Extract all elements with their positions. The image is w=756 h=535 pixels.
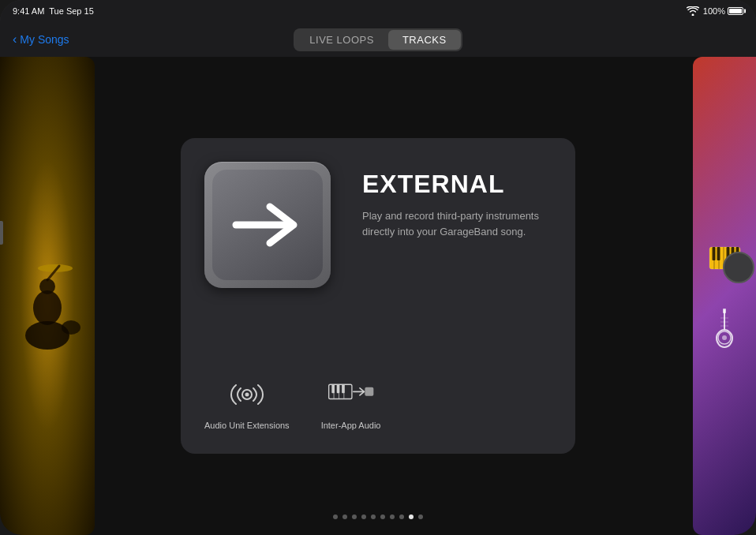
card-info: EXTERNAL Play and record third-party ins… bbox=[362, 162, 544, 239]
card-top-section: EXTERNAL Play and record third-party ins… bbox=[204, 162, 544, 343]
svg-rect-15 bbox=[717, 247, 720, 260]
svg-point-27 bbox=[245, 393, 249, 397]
external-description: Play and record third-party instruments … bbox=[362, 208, 544, 239]
tracks-tab[interactable]: TRACKS bbox=[388, 30, 461, 50]
svg-rect-21 bbox=[723, 309, 726, 313]
home-button[interactable] bbox=[723, 252, 754, 283]
drums-silhouette-icon bbox=[12, 233, 83, 359]
arrow-inner bbox=[212, 170, 323, 280]
battery-indicator: 100% bbox=[703, 6, 743, 16]
mute-button[interactable] bbox=[0, 221, 3, 245]
svg-point-3 bbox=[39, 279, 55, 294]
nav-bar: ‹ My Songs LIVE LOOPS TRACKS bbox=[0, 22, 756, 57]
back-label: My Songs bbox=[20, 33, 69, 46]
battery-percentage: 100% bbox=[703, 6, 725, 16]
dot-3 bbox=[361, 514, 366, 519]
dot-8 bbox=[409, 514, 414, 519]
battery-icon bbox=[728, 7, 743, 15]
drums-panel[interactable] bbox=[0, 57, 95, 535]
svg-point-5 bbox=[62, 320, 80, 335]
arrow-right-icon bbox=[232, 197, 303, 253]
ipad-frame: 9:41 AM Tue Sep 15 100% ‹ My Songs bbox=[0, 0, 756, 535]
back-button[interactable]: ‹ My Songs bbox=[13, 32, 69, 47]
mode-segmented-control: LIVE LOOPS TRACKS bbox=[294, 28, 462, 51]
svg-rect-34 bbox=[342, 384, 345, 393]
dot-0 bbox=[333, 514, 338, 519]
external-arrow-button[interactable] bbox=[204, 162, 331, 288]
audio-unit-label: Audio Unit Extensions bbox=[204, 421, 290, 430]
live-loops-tab[interactable]: LIVE LOOPS bbox=[295, 30, 388, 50]
svg-rect-33 bbox=[336, 384, 339, 393]
dot-7 bbox=[399, 514, 404, 519]
dot-5 bbox=[380, 514, 385, 519]
wifi-icon bbox=[687, 6, 699, 16]
svg-point-20 bbox=[722, 335, 727, 340]
external-title: EXTERNAL bbox=[362, 170, 544, 199]
svg-point-2 bbox=[33, 290, 62, 325]
svg-rect-32 bbox=[331, 384, 335, 393]
audio-unit-option[interactable]: Audio Unit Extensions bbox=[204, 375, 290, 430]
dot-9 bbox=[418, 514, 423, 519]
dot-6 bbox=[390, 514, 395, 519]
page-dots bbox=[0, 514, 756, 519]
drums-background bbox=[0, 57, 95, 535]
svg-rect-36 bbox=[365, 387, 373, 396]
main-content: EXTERNAL Play and record third-party ins… bbox=[0, 57, 756, 535]
audio-unit-icon bbox=[222, 375, 272, 414]
guitar-panel-icon bbox=[713, 306, 736, 350]
inter-app-label: Inter-App Audio bbox=[321, 421, 381, 430]
status-time-date: 9:41 AM Tue Sep 15 bbox=[13, 6, 94, 16]
svg-rect-14 bbox=[712, 247, 715, 260]
dot-2 bbox=[352, 514, 357, 519]
status-bar: 9:41 AM Tue Sep 15 100% bbox=[0, 0, 756, 22]
back-chevron-icon: ‹ bbox=[13, 32, 17, 47]
inter-app-option[interactable]: Inter-App Audio bbox=[321, 375, 381, 430]
status-icons: 100% bbox=[687, 6, 743, 16]
card-bottom-section: Audio Unit Extensions bbox=[204, 359, 544, 430]
external-card[interactable]: EXTERNAL Play and record third-party ins… bbox=[181, 138, 575, 454]
keyboard-guitar-panel[interactable] bbox=[693, 57, 756, 535]
dot-1 bbox=[342, 514, 347, 519]
inter-app-icon bbox=[326, 375, 376, 414]
dot-4 bbox=[371, 514, 376, 519]
